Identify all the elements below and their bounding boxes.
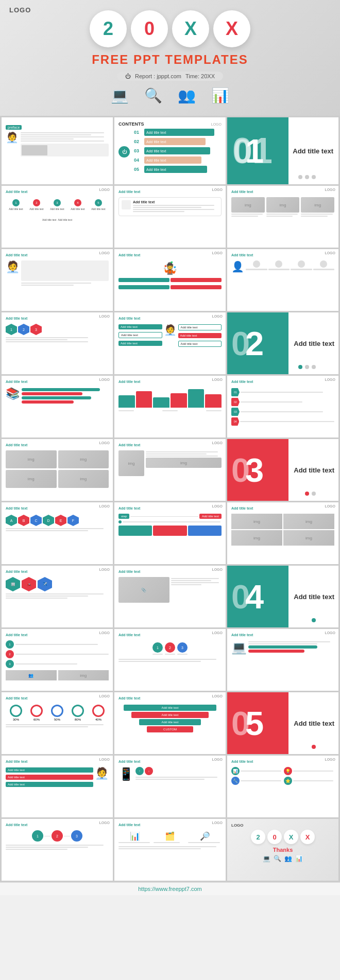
slide-juggle: Add title text LOGO 🤹 [114,249,226,311]
slide-phone-arrows: Add title text LOGO 📱 ↑ ↓ [114,756,226,817]
slide-nodes: Add title text LOGO 1 Add title text 2 A… [2,186,113,248]
slide-steps-numbered: Add title text LOGO 1 2 3 👥 im [2,629,113,691]
slide-mixed-flow2: Add title text LOGO 📊 🗂️ 🔎 [114,819,226,881]
contents-label: CONTENTS [118,121,144,127]
juggle-icon: 🤹 [118,261,222,275]
slides-grid: preface 🧑‍💼 [0,116,340,882]
slide-section-03: 0 3 Add title text [227,439,338,501]
slide-person-tv: Add title text LOGO 🧑‍💼 [2,249,113,311]
year-digit-2: 0 [131,10,168,47]
slide-contents: CONTENTS LOGO ⏻ 01 Add title text 02 Add… [114,117,226,184]
people-icon: 👥 [178,87,196,104]
section-03-title: Add title text [294,466,334,474]
header: LOGO 2 0 X X FREE PPT TEMPLATES ⏻ Report… [0,0,340,116]
slide-steps-flow: Add title text LOGO step Add title text [114,502,226,564]
slide-thanks: LOGO 2 0 X X Thanks 💻 🔍 👥 📊 [227,819,338,881]
time-text: Time: 20XX [185,73,215,79]
slide-circle-flow: Add title text LOGO 1 2 3 [114,629,226,691]
slide-books: Add title text LOGO 📚 [2,376,113,437]
year-digit-1: 2 [90,10,127,47]
slide-laptop: Add title text LOGO 💻 [227,629,338,691]
contents-logo: LOGO [211,122,222,126]
year-digit-4: X [213,10,250,47]
report-text: Report : jpppt.com [135,73,181,79]
slide-hex-row: Add title text LOGO A B C D E F [2,502,113,564]
preface-tag: preface [6,125,22,130]
slide-section-01: 01 0 1 Add title text [227,117,338,184]
laptop-icon: 💻 [111,87,129,104]
slide-photo-text2: Add title text LOGO img img [114,439,226,501]
section-01-title: Add title text [293,147,333,155]
person-blocks-icon: 🧑‍💼 [95,767,109,787]
books-icon: 📚 [6,387,20,405]
slide-photo-text: Add title text LOGO img img img img [2,439,113,501]
tv-placeholder [21,260,109,281]
logo-text: LOGO [9,6,31,14]
url-bar: https://www.freeppt7.com [0,882,340,895]
slide-section-02: 0 2 Add title text [227,312,338,374]
section-05-title: Add title text [294,720,334,727]
slide-profiles: Add title text LOGO 👤 [227,249,338,311]
report-bar: ⏻ Report : jpppt.com Time: 20XX [117,72,223,81]
slide-hex-large: Add title text LOGO 🏢 🚗 ✈️ [2,566,113,627]
slide-hex-buildings: Add title text LOGO 1 2 3 [2,312,113,374]
profiles-icon: 👤 [231,260,244,273]
slide-section-05: 0 5 Add title text [227,692,338,754]
feature-icons: 💻 🔍 👥 📊 [5,87,335,104]
slide-preface: preface 🧑‍💼 [2,117,113,184]
website-url: https://www.freeppt7.com [138,886,202,892]
person-figure: 🧑‍💼 [6,131,19,144]
slide-mixed-icons: Add title text LOGO 📊 💡 🔧 ⭐ [227,756,338,817]
slide-section-04: 0 4 Add title text [227,566,338,627]
slide-person-blocks: Add title text LOGO Add title text Add t… [2,756,113,817]
slide-cards: Add title text LOGO img img img [227,186,338,248]
thanks-text: Thanks [231,847,334,853]
thanks-logo: LOGO [231,823,334,828]
year-digit-3: X [172,10,209,47]
laptop-slide-icon: 💻 [231,640,247,655]
slide-chart-person: Add title text LOGO [114,376,226,437]
slide-timeline-arrows: Add title text LOGO 01 02 03 [227,376,338,437]
power-btn: ⏻ [118,146,130,157]
section-02-title: Add title text [294,340,334,347]
power-icon: ⏻ [125,73,131,79]
slide-funnel: Add title text LOGO Add title text Add t… [114,692,226,754]
main-title: FREE PPT TEMPLATES [5,52,335,67]
year-display: 2 0 X X [5,10,335,47]
slide-circle-steps: Add title text LOGO 1 2 3 [2,819,113,881]
person-tv-icon: 🧑‍💼 [6,260,20,287]
section-04-title: Add title text [294,593,334,601]
chart-icon: 📊 [211,87,229,104]
person-hex-icon: 🧑‍💼 [164,324,177,347]
slide-clip-photo: Add title text LOGO 📎 [114,566,226,627]
phone-icon: 📱 [118,767,134,781]
slide-circular-progress: Add title text LOGO 30% 60% 50% [2,692,113,754]
globe-icon: 🔍 [144,87,162,104]
slide-person-hexes: Add title text LOGO Add title text Add t… [114,312,226,374]
slide-photo-grid: Add title text LOGO img img img img [227,502,338,564]
slide-speech: Add title text LOGO Add title text [114,186,226,248]
